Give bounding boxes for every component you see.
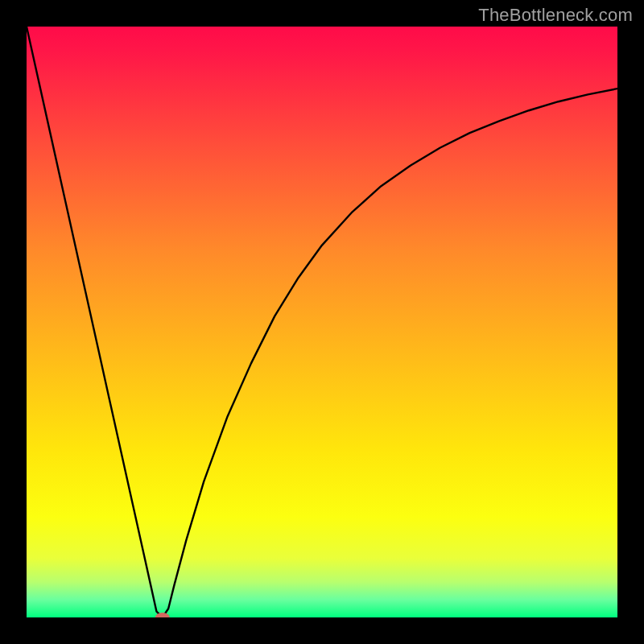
- chart-plot-area: [27, 27, 617, 617]
- watermark-text: TheBottleneck.com: [478, 5, 633, 26]
- bottleneck-curve: [27, 27, 617, 617]
- chart-frame: TheBottleneck.com: [0, 0, 644, 644]
